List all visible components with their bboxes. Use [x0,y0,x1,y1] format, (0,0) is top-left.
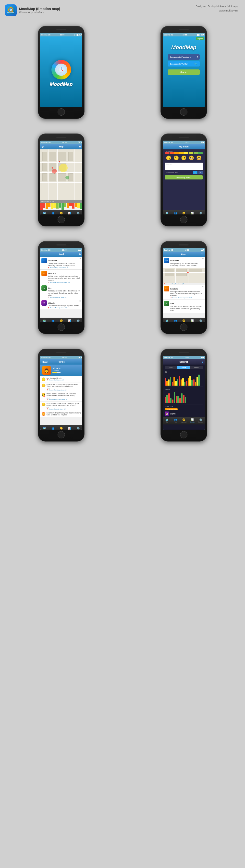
stats-tab-row: Day Week Month [165,366,203,369]
tab-mymood-4[interactable]: 😊My mood [180,210,188,214]
tab-statistic-4[interactable]: 📊Statistic [188,210,196,214]
profile-name: Viktoria [52,367,60,370]
moodtracker-bar [165,152,203,154]
tab-map[interactable]: 🗺️Map [40,210,49,214]
map-area[interactable]: 📍 📍 [40,149,82,200]
status-bar-3: Beeline 3G 19:55 [40,141,82,144]
stats-refresh-icon[interactable]: ↻ [201,361,203,363]
facebook-connect-button[interactable]: Connect via Facebook f [168,54,200,60]
profile-item-1[interactable]: 😐 and I'm almost tired... 📍 Moscow, Ordi… [40,376,82,382]
tab-mymood-6[interactable]: 😊My mood [180,318,188,322]
feed-item-3[interactable]: A Alex Just because I'm not talking does… [40,284,82,299]
emoji-ecstatic[interactable]: 😄 [196,155,201,161]
profile-item-2[interactable]: 😊 Good news: the planned visit will take… [40,382,82,392]
tab-statistic-6[interactable]: 📊Statistic [188,318,196,322]
back-button[interactable]: Back [42,361,48,363]
phone-stats: Beeline 3G 19:55 Statistic ↻ Day [157,344,211,446]
feed-header: Feed ↻ [40,252,82,257]
profile-hero: 👩 Viktoria Vikimotk [40,365,82,376]
tab-mymood-8[interactable]: 😊My mood [180,416,188,425]
tab-feed-6[interactable]: 👥Feed [171,318,179,322]
tab-feed-4[interactable]: 👥Feed [171,210,179,214]
feed-map-refresh-icon[interactable]: ↻ [201,253,203,256]
tab-mymood[interactable]: 😊My mood [57,210,65,214]
facebook-share-icon[interactable]: f [198,171,203,174]
feed-map-name-3: Alex [170,303,174,304]
login-content: Signup MoodMap Connect via Facebook f Co… [163,36,205,107]
stats-tab-week[interactable]: Week [178,366,190,369]
tab-settings-8[interactable]: ⚙️Settings [196,416,205,425]
tab-settings-6[interactable]: ⚙️Settings [196,318,205,322]
twitter-share-icon[interactable]: 🐦 [193,171,197,174]
stats-tab-day[interactable]: Day [165,366,178,369]
feed-refresh-icon[interactable]: ↻ [79,253,81,256]
tab-feed-8[interactable]: 👥Feed [171,416,179,425]
tab-statistic-8[interactable]: 📊Statistic [188,416,196,425]
feed-map-text-2: Nothing makes me hate society more than … [170,291,203,297]
twitter-connect-button[interactable]: Connect via Twitter 🐦 [168,61,200,66]
tab-map-6[interactable]: 🗺️Map [163,318,171,322]
feed-map-item-3[interactable]: A Alex Just because I'm not talking does… [163,300,205,313]
header-left: MoodMap MoodMap (Emotion map) iPhone App… [5,4,60,16]
tab-settings-7[interactable]: ⚙️Settings [74,425,82,430]
feed-item-2[interactable]: KC KateCake Nothing makes me hate societ… [40,270,82,284]
avatar-m1: BR [164,258,169,264]
emoji-sad[interactable]: 😟 [173,155,179,161]
map-locate-icon[interactable]: ⊕ [42,146,44,148]
tab-map-5[interactable]: 🗺️Map [40,318,49,322]
feed-item-1[interactable]: BR BlueRabbit2h I always end up in a ter… [40,257,82,270]
stats-user-name-1: BigMilk [170,413,176,415]
tab-settings[interactable]: ⚙️Settings [74,210,82,214]
tab-feed-7[interactable]: 👥Feed [49,425,57,430]
signup-button[interactable]: Signup [196,37,204,40]
profile-item-4[interactable]: 😊 In such a good mood today. Thank you, … [40,401,82,411]
friends-bar-4 [176,396,179,403]
tab-map-8[interactable]: 🗺️Map [163,416,171,425]
city-bar-2 [172,377,179,385]
stats-tab-month[interactable]: Month [190,366,203,369]
profile-feed: 😐 and I'm almost tired... 📍 Moscow, Ordi… [40,376,82,425]
moodtracker-label: Moodtracker [165,150,203,152]
profile-item-5[interactable]: 😡 Love the feeling of holiday trip! Hate… [40,411,82,417]
map-tab-icon: 🗺️ [43,212,46,214]
feed-item-4[interactable]: Vk Vikimotk5h I swear music can change m… [40,299,82,310]
share-mood-button[interactable]: Share my mood [165,175,203,180]
feed-text-3: Just because I'm not talking doesn't mea… [48,290,81,296]
profile-item-3[interactable]: 😋 Maybe today is not so bad day - time f… [40,392,82,401]
tab-settings-4[interactable]: ⚙️Settings [196,210,205,214]
friends-bar-2 [168,394,171,403]
map-refresh-icon[interactable]: ↻ [79,146,81,148]
signin-button[interactable]: Signin [168,69,200,75]
tab-map-4[interactable]: 🗺️Map [163,210,171,214]
emoji-happy[interactable]: 😃 [189,155,194,161]
map-header: ⊕ Map ↻ [40,144,82,149]
tab-settings-5[interactable]: ⚙️Settings [74,318,82,322]
stats-user-1[interactable]: 🐮 BigMilk [163,411,205,416]
tab-statistic-5[interactable]: 📊Statistic [65,318,74,322]
battery-icon-6 [201,249,203,251]
app-subtitle: iPhone App Interface [19,11,60,14]
tab-statistic[interactable]: 📊Statistic [65,210,74,214]
phone-map: Beeline 3G 19:55 ⊕ Map ↻ [34,129,88,231]
tab-mymood-5[interactable]: 😊My mood [57,318,65,322]
feed-map-item-1[interactable]: BR BlueRabbit2h I always end up in a ter… [163,257,205,268]
tab-mymood-7[interactable]: 😊My mood [57,425,65,430]
status-bar-2: Beeline 3G 19:55 ▐▐▐ [163,33,205,36]
tab-map-7[interactable]: 🗺️Map [40,425,49,430]
mood-chart [40,203,82,210]
feed-map-text-3: Just because I'm not talking doesn't mea… [170,305,203,311]
feed-name-4: Vikimotk [48,302,55,304]
emoji-angry[interactable]: 😠 [166,155,171,161]
phone-shell-2: Beeline 3G 19:55 ▐▐▐ Signup MoodMap Conn… [161,26,207,119]
tab-statistic-7[interactable]: 📊Statistic [65,425,74,430]
mymood-header: My mood [163,144,205,149]
tab-feed[interactable]: 👥Feed [49,210,57,214]
splash-content: MoodMap [40,36,82,107]
feed-loc-4: Moscow, Moskoiy street, 13/1 [48,307,81,309]
tab-feed-5[interactable]: 👥Feed [49,318,57,322]
emoji-neutral[interactable]: 🙂 [181,155,186,161]
comment-field[interactable]: Comment [165,163,203,170]
feed-tab-icon-4: 👥 [174,212,177,214]
settings-tab-icon-4: ⚙️ [199,212,202,214]
feed-map-item-2[interactable]: KC KateCake3h Nothing makes me hate soci… [163,285,205,300]
